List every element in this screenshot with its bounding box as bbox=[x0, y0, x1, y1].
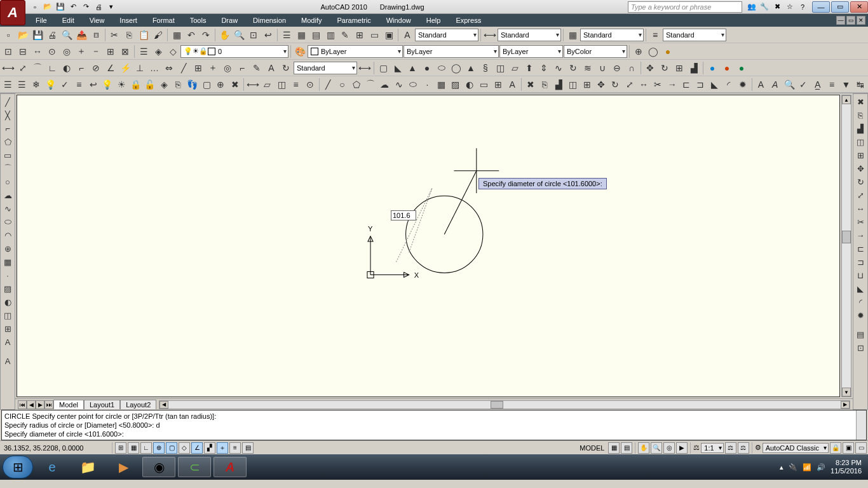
qat-dropdown-icon[interactable]: ▾ bbox=[105, 1, 117, 13]
zoom-out-icon[interactable]: － bbox=[89, 44, 103, 58]
offset-icon[interactable]: ◫ bbox=[566, 78, 580, 92]
undo-icon[interactable]: ↶ bbox=[184, 28, 198, 42]
ellipse-icon[interactable]: ⬭ bbox=[1, 215, 14, 228]
stretch-icon[interactable]: ↔ bbox=[854, 202, 867, 215]
rectangle-icon[interactable]: ▭ bbox=[1, 149, 14, 161]
3ddwf-icon[interactable]: ⧈ bbox=[89, 28, 103, 42]
arc-icon[interactable]: ⌒ bbox=[1, 162, 14, 175]
loft-icon[interactable]: ≋ bbox=[581, 61, 595, 75]
3dalign-icon[interactable]: ⊞ bbox=[672, 61, 686, 75]
breakpt-icon[interactable]: ⊏ bbox=[854, 242, 867, 255]
stretch-icon[interactable]: ↔ bbox=[637, 78, 650, 92]
draw-region-icon[interactable]: ▭ bbox=[477, 78, 491, 92]
tab-layout2[interactable]: Layout2 bbox=[120, 400, 156, 409]
quickview-layouts-icon[interactable]: ▦ bbox=[608, 442, 620, 454]
dimstyle-dropdown[interactable]: Standard bbox=[498, 29, 561, 41]
cut-icon[interactable]: ✂ bbox=[107, 28, 121, 42]
break-icon[interactable]: ⊏ bbox=[679, 78, 693, 92]
tab-first-icon[interactable]: ⏮ bbox=[18, 400, 27, 409]
menu-insert[interactable]: Insert bbox=[113, 15, 144, 25]
dim-angular-icon[interactable]: ∠ bbox=[104, 61, 118, 75]
convert-icon[interactable]: ↹ bbox=[853, 78, 867, 92]
mlstyle-dropdown[interactable]: Standard bbox=[663, 29, 726, 41]
plot-icon[interactable]: 🖨 bbox=[45, 28, 59, 42]
draw-revcloud-icon[interactable]: ☁ bbox=[378, 78, 391, 92]
print-icon[interactable]: 🖨 bbox=[93, 1, 104, 13]
tolerance-icon[interactable]: ⊞ bbox=[191, 61, 205, 75]
dist-icon[interactable]: ⟷ bbox=[246, 78, 260, 92]
minimize-button[interactable]: — bbox=[812, 1, 830, 13]
layer-off-icon[interactable]: 💡 bbox=[44, 78, 57, 92]
rotate-icon[interactable]: ↻ bbox=[609, 78, 622, 92]
redo-icon[interactable]: ↷ bbox=[199, 28, 213, 42]
zoom-rt-icon[interactable]: 🔍 bbox=[232, 28, 246, 42]
sweep-icon[interactable]: ∿ bbox=[552, 61, 566, 75]
zoom-scale-icon[interactable]: ↔ bbox=[31, 44, 44, 58]
menu-parametric[interactable]: Parametric bbox=[330, 15, 377, 25]
color-dropdown[interactable]: ByLayer bbox=[308, 45, 403, 58]
designcenter-icon[interactable]: ▦ bbox=[294, 28, 308, 42]
spline-icon[interactable]: ∿ bbox=[1, 202, 14, 215]
properties-icon[interactable]: ☰ bbox=[280, 28, 294, 42]
tab-prev-icon[interactable]: ◀ bbox=[27, 400, 36, 409]
annovis-icon[interactable]: ⚖ bbox=[725, 442, 736, 454]
tab-layout1[interactable]: Layout1 bbox=[84, 400, 120, 409]
vertical-scrollbar[interactable]: ▲ ▼ bbox=[841, 95, 851, 397]
ie-icon[interactable]: e bbox=[36, 457, 69, 477]
dimstyle-current-dropdown[interactable]: Standard bbox=[294, 62, 357, 74]
wifi-icon[interactable]: 📶 bbox=[803, 463, 811, 471]
layer-delete-icon[interactable]: ✖ bbox=[228, 78, 241, 92]
justify-icon[interactable]: ≡ bbox=[825, 78, 838, 92]
trim-icon[interactable]: ✂ bbox=[854, 215, 867, 228]
zoom-icon[interactable]: 🔍 bbox=[651, 442, 662, 454]
camtasia-icon[interactable]: ⊂ bbox=[178, 457, 211, 477]
explode-icon[interactable]: ✹ bbox=[736, 78, 750, 92]
dim-diameter-icon[interactable]: ⊘ bbox=[89, 61, 103, 75]
pan-icon[interactable]: ✋ bbox=[217, 28, 231, 42]
offset-icon[interactable]: ◫ bbox=[854, 135, 867, 148]
autocad-task-icon[interactable]: A bbox=[214, 457, 247, 477]
revcloud-icon[interactable]: ☁ bbox=[1, 189, 14, 201]
draw-block-icon[interactable]: ▦ bbox=[435, 78, 448, 92]
point-icon[interactable]: · bbox=[1, 269, 14, 281]
save-icon[interactable]: 💾 bbox=[31, 28, 44, 42]
layer-dropdown[interactable]: 💡 ☀ 🔒 0 bbox=[180, 45, 288, 58]
ortho-toggle[interactable]: ∟ bbox=[140, 442, 152, 454]
tablestyle-icon[interactable]: ▦ bbox=[566, 28, 580, 42]
presspull-icon[interactable]: ⇕ bbox=[537, 61, 551, 75]
layer-uniso-icon[interactable]: ☰ bbox=[15, 78, 29, 92]
3drotate-icon[interactable]: ↻ bbox=[658, 61, 672, 75]
child-close-button[interactable]: ✕ bbox=[857, 16, 865, 25]
cmd-scrollbar[interactable] bbox=[856, 410, 866, 440]
scale-icon[interactable]: ⤢ bbox=[623, 78, 636, 92]
fillet-icon[interactable]: ◜ bbox=[854, 295, 867, 308]
layermgr-icon[interactable]: ☰ bbox=[137, 44, 151, 58]
paste-icon[interactable]: 📋 bbox=[137, 28, 151, 42]
3dmirror-icon[interactable]: ▟ bbox=[687, 61, 701, 75]
layer-thaw-icon[interactable]: ☀ bbox=[115, 78, 128, 92]
color-icon[interactable]: 🎨 bbox=[293, 44, 307, 58]
scroll-down-icon[interactable]: ▼ bbox=[842, 388, 851, 396]
draw-spline-icon[interactable]: ∿ bbox=[392, 78, 405, 92]
makeblock-icon[interactable]: ▦ bbox=[1, 255, 14, 268]
zoom-win-icon[interactable]: ⊡ bbox=[247, 28, 261, 42]
polar-toggle[interactable]: ⊕ bbox=[153, 442, 165, 454]
tab-last-icon[interactable]: ⏭ bbox=[44, 400, 53, 409]
scroll-thumb[interactable] bbox=[842, 231, 851, 243]
inspection-icon[interactable]: ◎ bbox=[220, 61, 234, 75]
line-icon[interactable]: ╱ bbox=[1, 95, 14, 108]
zoom-window-icon[interactable]: ⊡ bbox=[1, 44, 15, 58]
chamfer-icon[interactable]: ◣ bbox=[708, 78, 721, 92]
dimstylemgr-icon[interactable]: ⟷ bbox=[358, 61, 372, 75]
circle-icon[interactable]: ○ bbox=[1, 175, 14, 188]
3dosnap-toggle[interactable]: ◇ bbox=[179, 442, 190, 454]
ucs-icon[interactable]: ⊕ bbox=[632, 44, 646, 58]
explorer-icon[interactable]: 📁 bbox=[71, 457, 104, 477]
break-icon[interactable]: ⊐ bbox=[854, 255, 867, 268]
power-icon[interactable]: 🔌 bbox=[789, 463, 797, 471]
annoscale-dropdown[interactable]: 1:1 bbox=[701, 443, 723, 453]
wheel-icon[interactable]: ◎ bbox=[663, 442, 675, 454]
textsize-icon[interactable]: ▼ bbox=[839, 78, 853, 92]
show-hidden-icon[interactable]: ▴ bbox=[780, 463, 783, 471]
lwt-toggle[interactable]: ≡ bbox=[229, 442, 241, 454]
